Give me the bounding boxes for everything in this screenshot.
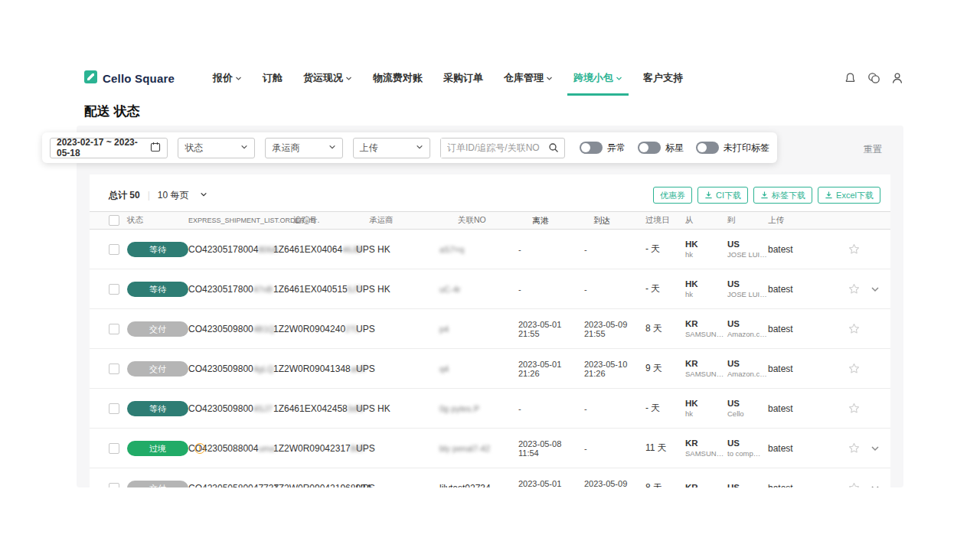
nav-booking[interactable]: 订舱 bbox=[263, 71, 283, 85]
ref-no-redacted: uC-4r bbox=[439, 285, 461, 294]
table-row: 交付 CO423050580047737 1Z2W0R090421968934 … bbox=[90, 468, 890, 487]
tracking-no: 1Z2W0R0904240 bbox=[273, 324, 345, 334]
date-range-input[interactable]: 2023-02-17 ~ 2023-05-18 bbox=[50, 138, 168, 158]
to-detail: JOSE LUI… bbox=[727, 250, 768, 259]
from-code: KR bbox=[685, 319, 698, 328]
row-checkbox[interactable] bbox=[109, 284, 119, 295]
col-upload: 上传 bbox=[768, 215, 848, 226]
coupon-button[interactable]: 优惠券 bbox=[653, 187, 692, 204]
row-checkbox[interactable] bbox=[109, 403, 119, 414]
status-badge: 交付 bbox=[127, 361, 188, 377]
upload-dropdown[interactable]: 上传 bbox=[353, 138, 430, 158]
nav-purchase-orders[interactable]: 采购订单 bbox=[443, 71, 483, 85]
user-icon[interactable] bbox=[891, 72, 903, 84]
brand-logo[interactable]: Cello Square bbox=[84, 70, 175, 86]
nav-freight-status[interactable]: 货运现况 bbox=[303, 71, 352, 85]
excel-download-button[interactable]: Excel下载 bbox=[818, 187, 880, 204]
col-status: 状态 bbox=[127, 215, 188, 226]
col-arrival: 到达 bbox=[584, 215, 645, 227]
chevron-down-icon bbox=[546, 73, 553, 84]
chevron-down-icon bbox=[416, 142, 423, 153]
transit-days: - 天 bbox=[645, 402, 685, 415]
star-icon[interactable] bbox=[848, 402, 861, 415]
star-icon[interactable] bbox=[848, 442, 861, 455]
from-code: KR bbox=[685, 359, 698, 368]
viewport-cutoff bbox=[0, 487, 980, 551]
chevron-down-icon bbox=[200, 190, 207, 201]
tracking-redacted: 46JB bbox=[342, 245, 361, 254]
col-ref-no: 关联NO bbox=[430, 215, 518, 226]
expand-row-chevron-icon[interactable] bbox=[871, 285, 880, 294]
nav-cross-border-parcel[interactable]: 跨境小包 bbox=[573, 71, 622, 85]
nav-customer-support[interactable]: 客户支持 bbox=[643, 71, 683, 85]
label-download-button[interactable]: 标签下载 bbox=[753, 187, 812, 204]
carrier: UPS HK bbox=[356, 403, 430, 414]
departure-time: 2023-05-01 17:48 bbox=[518, 479, 584, 488]
row-checkbox[interactable] bbox=[109, 244, 119, 255]
ci-download-button[interactable]: CI下载 bbox=[697, 187, 748, 204]
unprinted-label-toggle-label: 未打印标签 bbox=[724, 142, 769, 155]
transit-days: 11 天 bbox=[645, 442, 685, 455]
carrier: UPS HK bbox=[356, 244, 430, 255]
star-icon[interactable] bbox=[848, 243, 861, 256]
departure-time: - bbox=[518, 245, 584, 254]
row-checkbox[interactable] bbox=[109, 324, 119, 334]
ref-no-redacted: 0g pytes.P bbox=[439, 404, 479, 413]
to-code: US bbox=[727, 279, 740, 289]
star-icon[interactable] bbox=[848, 282, 861, 295]
status-dropdown[interactable]: 状态 bbox=[178, 138, 255, 158]
abnormal-toggle[interactable] bbox=[580, 142, 603, 154]
table-row: 交付 CO42305098004B1Q 1Z2W0R09042402TL UPS… bbox=[90, 309, 890, 349]
star-icon[interactable] bbox=[848, 362, 861, 375]
table-toolbar: 总计 50 | 10 每页 优惠券 CI下载 标签下载 Excel下载 bbox=[90, 174, 890, 211]
abnormal-toggle-label: 异常 bbox=[607, 142, 626, 155]
star-icon[interactable] bbox=[848, 481, 861, 487]
expand-row-chevron-icon[interactable] bbox=[871, 444, 880, 453]
status-badge: 等待 bbox=[127, 401, 188, 416]
nav-quote[interactable]: 报价 bbox=[213, 71, 242, 85]
tracking-redacted: 5JT bbox=[348, 285, 361, 294]
carrier-dropdown[interactable]: 承运商 bbox=[265, 138, 342, 158]
table-row: 交付 CO42305098004gLQ 1Z2W0R09041348am7 UP… bbox=[90, 349, 890, 389]
ref-no-redacted: p4 bbox=[439, 324, 449, 334]
bell-icon[interactable] bbox=[844, 72, 856, 85]
nav-logistics-billing[interactable]: 物流费对账 bbox=[373, 71, 423, 85]
from-detail: SAMSUN… bbox=[685, 449, 727, 458]
to-detail: Amazon.c… bbox=[727, 330, 768, 339]
table-row: 过境! CO42305088004uma 1Z2W0R09042317Bd7 U… bbox=[90, 429, 890, 468]
search-input[interactable] bbox=[441, 139, 548, 158]
to-code: US bbox=[727, 359, 740, 368]
col-transit-days: 过境日 bbox=[645, 215, 685, 226]
tracking-no: 1Z6461EX04064 bbox=[273, 244, 342, 255]
select-all-checkbox[interactable] bbox=[109, 215, 119, 226]
order-id: CO4230517800 bbox=[188, 284, 253, 295]
download-icon bbox=[704, 191, 713, 201]
departure-time: 2023-05-01 21:55 bbox=[518, 320, 584, 338]
page-size-select[interactable]: 10 每页 bbox=[158, 189, 207, 202]
carrier: UPS bbox=[356, 324, 430, 334]
to-code: US bbox=[727, 399, 740, 408]
star-icon[interactable] bbox=[848, 322, 861, 335]
row-checkbox[interactable] bbox=[109, 364, 119, 374]
download-icon bbox=[760, 191, 769, 201]
reset-filters-link[interactable]: 重置 bbox=[864, 143, 882, 156]
circles-icon[interactable] bbox=[867, 72, 880, 84]
starred-toggle[interactable] bbox=[638, 142, 661, 154]
table-header-row: 状态 EXPRESS_SHIPMENT_LIST.ORDER_ID 追踪号. 承… bbox=[90, 211, 890, 230]
from-code: KR bbox=[685, 439, 698, 448]
col-order-id: EXPRESS_SHIPMENT_LIST.ORDER_ID bbox=[188, 217, 273, 224]
nav-warehouse[interactable]: 仓库管理 bbox=[504, 71, 553, 85]
order-id-redacted: 4B1Q bbox=[253, 324, 275, 334]
row-checkbox[interactable] bbox=[109, 443, 119, 454]
app-window: Cello Square 报价 订舱 货运现况 物流费对账 采购订单 仓库管理 … bbox=[0, 0, 980, 551]
transit-days: - 天 bbox=[645, 243, 685, 256]
search-box bbox=[440, 138, 565, 158]
order-id-redacted: 47nB bbox=[253, 285, 273, 294]
tracking-no: 1Z6461EX040515 bbox=[273, 284, 348, 295]
unprinted-label-toggle[interactable] bbox=[696, 142, 719, 154]
tracking-no: 1Z6461EX042458 bbox=[273, 403, 348, 414]
order-id: CO42305178004 bbox=[188, 244, 258, 255]
col-departure: 离港 bbox=[518, 215, 584, 227]
search-icon[interactable] bbox=[548, 142, 559, 153]
chevron-down-icon bbox=[240, 142, 248, 153]
